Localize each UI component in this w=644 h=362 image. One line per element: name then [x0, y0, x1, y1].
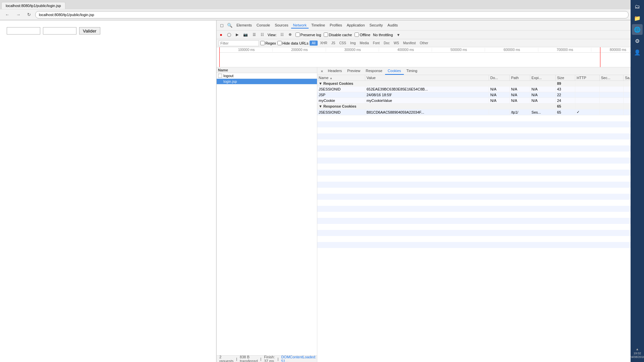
detail-tab-timing[interactable]: Timing [404, 67, 420, 75]
preserve-log-label[interactable]: Preserve log [296, 33, 321, 37]
taskbar-icon-folder[interactable]: 📁 [632, 13, 643, 23]
detail-tab-response[interactable]: Response [363, 67, 385, 75]
table-row: JSESSIONID B81CD6AAC588904059A22034F... … [317, 109, 644, 115]
taskbar-icon-user[interactable]: 👤 [632, 47, 643, 58]
response-cookies-label: ▼ Response Cookies [317, 104, 555, 109]
detail-close-button[interactable]: × [319, 68, 325, 74]
detail-tab-preview[interactable]: Preview [344, 67, 363, 75]
taskbar-bottom: ▲ 19:02 24/08/2016 [630, 347, 644, 361]
request-row-login[interactable]: login.jsp [217, 79, 317, 84]
col-value[interactable]: Value [365, 75, 489, 81]
devtools-inspect-icon[interactable]: 🔍 [226, 22, 234, 28]
timeline-mark-6: 600000 ms [485, 48, 538, 52]
filter-all-button[interactable]: All [310, 41, 317, 46]
clear-button[interactable]: ◯ [226, 32, 232, 37]
forward-button[interactable]: → [14, 11, 23, 18]
valider-button[interactable]: Valider [79, 27, 100, 35]
timeline-end-line [600, 47, 600, 67]
tab-audits[interactable]: Audits [385, 22, 400, 28]
detail-tabs: × Headers Preview Response Cookies Timin… [317, 67, 644, 75]
request-row-logout[interactable]: logout [217, 73, 317, 79]
cookie-secure [599, 98, 623, 104]
view-button[interactable]: ☰ [252, 32, 257, 37]
filter-xhr-button[interactable]: XHR [319, 41, 329, 45]
status-finish: Finish: 37 ms [264, 355, 275, 362]
network-main: Name logout login.jsp 2 requests | [217, 67, 644, 362]
filter-js-button[interactable]: JS [330, 41, 337, 45]
hide-data-urls-label[interactable]: Hide data URLs [277, 41, 309, 45]
tab-network[interactable]: Network [291, 22, 309, 28]
cookie-http [575, 92, 600, 98]
username-input[interactable] [7, 27, 40, 35]
col-expires[interactable]: Expi... [530, 75, 555, 81]
cookie-path: /tp1/ [509, 109, 530, 115]
tab-elements[interactable]: Elements [234, 22, 254, 28]
col-size[interactable]: Size [555, 75, 575, 81]
filter-input[interactable] [219, 40, 259, 46]
tab-console[interactable]: Console [255, 22, 272, 28]
detail-tab-cookies[interactable]: Cookies [385, 67, 404, 75]
empty-rows [317, 115, 644, 249]
password-input[interactable] [43, 27, 76, 35]
cookie-http [575, 98, 600, 104]
url-bar[interactable] [35, 11, 629, 18]
hide-data-urls-checkbox[interactable] [277, 41, 282, 45]
filter-bar: Regex Hide data URLs All XHR JS CSS Img … [217, 39, 644, 47]
offline-label[interactable]: Offline [355, 33, 370, 37]
cookie-path: N/A [509, 92, 530, 98]
detail-tab-headers[interactable]: Headers [325, 67, 345, 75]
view-list-button[interactable]: ☸ [287, 32, 293, 37]
request-cookies-label: ▼ Request Cookies [317, 81, 555, 86]
row-checkbox-logout [218, 74, 222, 78]
filter-manifest-button[interactable]: Manifest [402, 41, 417, 45]
record-button[interactable]: ● [219, 32, 223, 38]
view-options-button[interactable]: ☷ [279, 32, 285, 37]
disable-cache-label[interactable]: Disable cache [324, 33, 352, 37]
cookie-name: myCookie [317, 98, 365, 104]
filter-img-button[interactable]: Img [349, 41, 357, 45]
view2-button[interactable]: ☷ [260, 32, 265, 37]
filter-toggle-button[interactable]: ▶ [235, 32, 239, 37]
timeline-mark-7: 700000 ms [538, 48, 591, 52]
col-http[interactable]: HTTP [575, 75, 600, 81]
login-form: Valider [7, 27, 209, 35]
filter-css-button[interactable]: CSS [338, 41, 347, 45]
offline-checkbox[interactable] [355, 33, 359, 37]
timeline-start-line [219, 47, 220, 67]
preserve-log-checkbox[interactable] [296, 33, 300, 37]
col-path[interactable]: Path [509, 75, 530, 81]
regex-label[interactable]: Regex [260, 41, 276, 45]
tab-profiles[interactable]: Profiles [328, 22, 344, 28]
request-name-logout: logout [223, 74, 233, 78]
regex-checkbox[interactable] [260, 41, 265, 45]
tab-application[interactable]: Application [345, 22, 367, 28]
filter-ws-button[interactable]: WS [392, 41, 400, 45]
browser-tab[interactable]: localhost:8080/tp1/public/login.jsp [1, 2, 65, 9]
back-button[interactable]: ← [3, 11, 12, 18]
refresh-button[interactable]: ↻ [25, 11, 33, 18]
filter-media-button[interactable]: Media [359, 41, 370, 45]
filter-doc-button[interactable]: Doc [382, 41, 391, 45]
tab-sources[interactable]: Sources [273, 22, 290, 28]
tab-security[interactable]: Security [368, 22, 385, 28]
filter-other-button[interactable]: Other [419, 41, 430, 45]
cookie-http: ✓ [575, 109, 600, 115]
col-name[interactable]: Name ▲ [317, 75, 365, 81]
taskbar-icon-settings[interactable]: ⚙ [632, 36, 643, 46]
taskbar: 🗂 📁 🌐 ⚙ 👤 ▲ 19:02 24/08/2016 [631, 0, 644, 362]
tab-timeline[interactable]: Timeline [309, 22, 327, 28]
cookie-http [575, 86, 600, 92]
cookie-secure [599, 109, 623, 115]
taskbar-icon-files[interactable]: 🗂 [632, 1, 643, 12]
throttling-dropdown[interactable]: ▼ [395, 33, 401, 37]
capture-screenshot-button[interactable]: 📷 [242, 32, 249, 37]
disable-cache-checkbox[interactable] [324, 33, 328, 37]
devtools-dock-icon[interactable]: ◻ [219, 22, 225, 28]
filter-font-button[interactable]: Font [372, 41, 381, 45]
status-domcontent[interactable]: DOMContentLoaded: 51... [281, 355, 316, 362]
taskbar-arrow-up[interactable]: ▲ [636, 347, 639, 351]
timeline-mark-4: 400000 ms [379, 48, 432, 52]
taskbar-icon-browser[interactable]: 🌐 [632, 24, 643, 35]
col-secure[interactable]: Sec... [599, 75, 623, 81]
col-domain[interactable]: Do... [489, 75, 509, 81]
